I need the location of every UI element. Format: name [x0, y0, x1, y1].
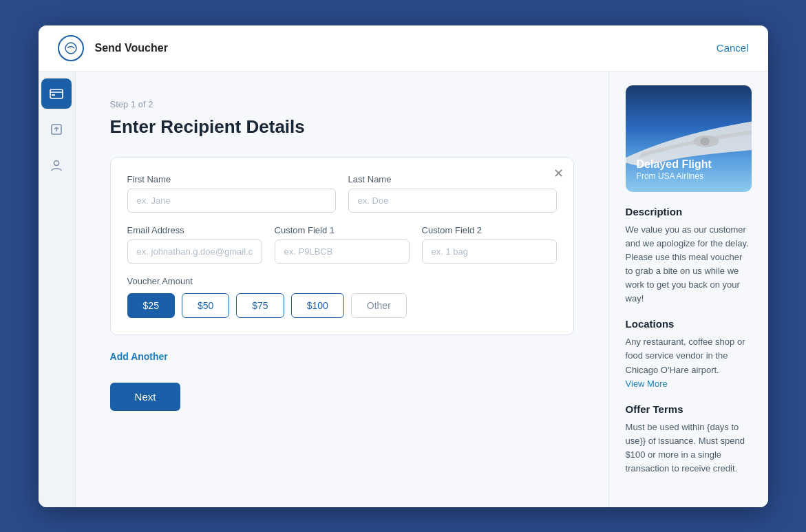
right-panel: Delayed Flight From USA Airlines Descrip… [608, 72, 768, 507]
voucher-amounts: $25 $50 $75 $100 Other [127, 293, 557, 318]
email-input[interactable] [127, 240, 262, 264]
locations-heading: Locations [626, 318, 752, 330]
first-name-label: First Name [127, 174, 336, 184]
step-label: Step 1 of 2 [110, 99, 574, 109]
next-button-row: Next [110, 383, 574, 411]
voucher-image-text: Delayed Flight From USA Airlines [637, 158, 712, 180]
amount-other-button[interactable]: Other [351, 293, 407, 318]
custom-field-1-input[interactable] [275, 240, 410, 264]
svg-rect-2 [52, 94, 55, 96]
amount-50-button[interactable]: $50 [182, 293, 229, 318]
svg-point-9 [700, 137, 710, 145]
voucher-image: Delayed Flight From USA Airlines [626, 85, 752, 192]
add-another-button[interactable]: Add Another [110, 351, 168, 362]
email-label: Email Address [127, 225, 262, 235]
svg-rect-0 [50, 89, 63, 98]
form-card: ✕ First Name Last Name Email Address [110, 157, 574, 335]
custom-field-2-group: Custom Field 2 [422, 225, 557, 264]
custom-field-2-label: Custom Field 2 [422, 225, 557, 235]
cancel-button[interactable]: Cancel [717, 42, 749, 54]
amount-25-button[interactable]: $25 [127, 293, 175, 318]
locations-text: Any restaurant, coffee shop or food serv… [626, 335, 752, 391]
voucher-section: Voucher Amount $25 $50 $75 $100 Other [127, 276, 557, 318]
last-name-input[interactable] [348, 189, 557, 213]
view-more-link[interactable]: View More [626, 379, 668, 389]
svg-point-7 [54, 160, 59, 165]
sidebar-item-upload[interactable] [41, 114, 72, 145]
email-group: Email Address [127, 225, 262, 264]
custom-field-1-label: Custom Field 1 [275, 225, 410, 235]
close-card-button[interactable]: ✕ [553, 167, 564, 180]
logo-icon [58, 35, 84, 61]
voucher-card-title: Delayed Flight [637, 158, 712, 171]
offer-terms-text: Must be used within {days to use}} of is… [626, 421, 752, 476]
custom-field-1-group: Custom Field 1 [275, 225, 410, 264]
header-left: Send Voucher [58, 35, 168, 61]
sidebar [39, 72, 76, 507]
amount-100-button[interactable]: $100 [291, 293, 344, 318]
main-content: Step 1 of 2 Enter Recipient Details ✕ Fi… [76, 72, 608, 507]
sidebar-item-vouchers[interactable] [41, 78, 72, 109]
last-name-label: Last Name [348, 174, 557, 184]
description-text: We value you as our customer and we apol… [626, 223, 752, 306]
app-window: Send Voucher Cancel [39, 25, 768, 507]
description-heading: Description [626, 206, 752, 217]
sidebar-item-profile[interactable] [41, 150, 72, 180]
voucher-amount-label: Voucher Amount [127, 276, 557, 286]
header: Send Voucher Cancel [39, 25, 768, 72]
voucher-card-subtitle: From USA Airlines [637, 171, 712, 181]
first-name-input[interactable] [127, 189, 336, 213]
amount-75-button[interactable]: $75 [236, 293, 284, 318]
last-name-group: Last Name [348, 174, 557, 213]
body: Step 1 of 2 Enter Recipient Details ✕ Fi… [39, 72, 768, 507]
custom-field-2-input[interactable] [422, 240, 557, 264]
first-name-group: First Name [127, 174, 336, 213]
next-button[interactable]: Next [110, 383, 181, 411]
page-title: Enter Recipient Details [110, 116, 574, 138]
name-row: First Name Last Name [127, 174, 557, 213]
header-title: Send Voucher [95, 42, 168, 54]
email-row: Email Address Custom Field 1 Custom Fiel… [127, 225, 557, 264]
offer-terms-heading: Offer Terms [626, 403, 752, 415]
